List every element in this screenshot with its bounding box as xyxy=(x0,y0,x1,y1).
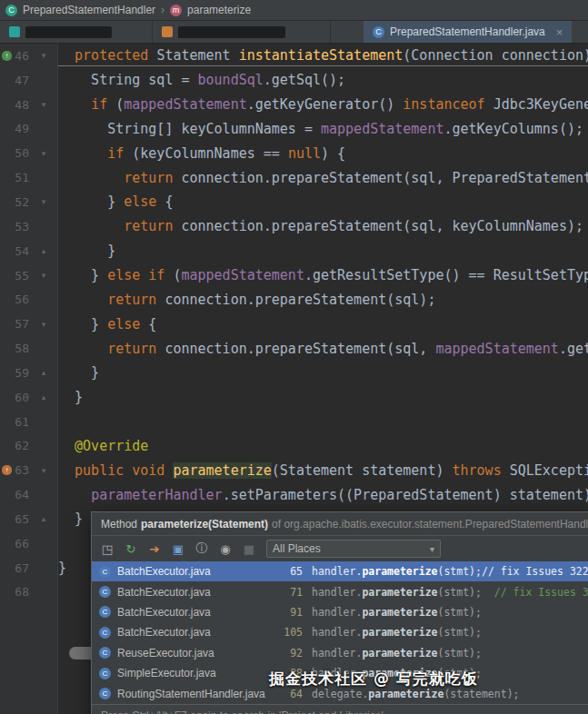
breadcrumb-separator-icon: › xyxy=(161,4,164,16)
fold-icon[interactable]: ▴ xyxy=(29,368,58,377)
line-number: 61 xyxy=(13,415,29,429)
fold-icon[interactable]: ▴ xyxy=(29,246,58,255)
settings-square-icon[interactable]: ■ xyxy=(241,540,257,557)
preview-usages-icon[interactable]: ◉ xyxy=(217,540,234,557)
redacted-tab-label xyxy=(25,26,112,38)
code-text: } xyxy=(58,243,115,259)
navigate-next-icon[interactable]: ➔ xyxy=(146,540,163,557)
code-text: } xyxy=(58,511,83,527)
usage-code-text: handler.parameterize(stmt); xyxy=(312,606,482,619)
code-line[interactable]: 52▾ } else { xyxy=(0,190,588,214)
tab-obscured-2[interactable] xyxy=(153,21,331,43)
rerun-search-icon[interactable]: ↻ xyxy=(123,540,139,557)
tab-obscured-1[interactable] xyxy=(0,21,153,43)
code-text: return connection.prepareStatement(sql, … xyxy=(58,341,588,357)
tab-preparedstatementhandler[interactable]: C PreparedStatementHandler.java × xyxy=(364,21,572,43)
code-line[interactable]: 58 return connection.prepareStatement(sq… xyxy=(0,336,588,361)
fold-icon[interactable]: ▾ xyxy=(29,197,58,206)
fold-icon[interactable]: ▾ xyxy=(29,271,58,280)
fold-icon[interactable]: ▾ xyxy=(29,466,58,475)
overridden-method-marker-icon[interactable]: ↑ xyxy=(2,51,12,61)
code-text: public void parameterize(Statement state… xyxy=(58,462,588,479)
line-number: 51 xyxy=(13,171,29,184)
usage-row[interactable]: CBatchExecutor.java65handler.parameteriz… xyxy=(92,561,588,581)
group-by-file-icon[interactable]: ▣ xyxy=(170,540,186,557)
line-number: 47 xyxy=(13,74,29,87)
chevron-down-icon: ▾ xyxy=(430,544,434,554)
line-number: 54 xyxy=(13,244,29,258)
code-line[interactable]: 49 String[] keyColumnNames = mappedState… xyxy=(0,117,588,142)
usage-row[interactable]: CBatchExecutor.java71handler.parameteriz… xyxy=(92,581,588,601)
line-number: 46 xyxy=(13,49,29,63)
usage-file-name: BatchExecutor.java xyxy=(117,565,272,578)
tab-label: PreparedStatementHandler.java xyxy=(390,25,545,38)
line-number: 62 xyxy=(13,439,29,452)
usage-line-number: 105 xyxy=(272,626,303,639)
usage-file-name: ReuseExecutor.java xyxy=(117,647,272,659)
line-number: 49 xyxy=(13,122,29,135)
fold-icon[interactable]: ▾ xyxy=(29,100,58,109)
close-tab-icon[interactable]: × xyxy=(556,26,563,38)
line-number: 64 xyxy=(13,488,29,501)
java-class-icon: C xyxy=(99,627,111,639)
popup-title: Method parameterize(Statement) of org.ap… xyxy=(92,512,588,536)
method-icon: m xyxy=(170,5,182,16)
code-text: parameterHandler.setParameters((Prepared… xyxy=(58,487,588,503)
java-class-icon: C xyxy=(99,606,111,618)
java-class-icon: C xyxy=(99,566,111,578)
code-text: } else { xyxy=(58,193,173,210)
usage-code-text: handler.parameterize(stmt);// fix Issues… xyxy=(312,565,588,578)
fold-icon[interactable]: ▴ xyxy=(29,392,58,402)
editor-tab-bar: C PreparedStatementHandler.java × xyxy=(0,21,588,44)
usage-row[interactable]: CBatchExecutor.java91handler.parameteriz… xyxy=(92,602,588,622)
code-line[interactable]: 60▴ } xyxy=(0,385,588,410)
code-line[interactable]: 57▾ } else { xyxy=(0,312,588,336)
open-in-toolwindow-icon[interactable]: ◳ xyxy=(99,540,115,557)
line-number: 55 xyxy=(13,269,29,283)
line-number: 57 xyxy=(13,317,29,331)
code-line[interactable]: 61 xyxy=(0,410,588,434)
line-number: 63 xyxy=(13,463,29,477)
scope-selector[interactable]: All Places ▾ xyxy=(266,540,441,558)
usage-row[interactable]: CReuseExecutor.java92handler.parameteriz… xyxy=(92,643,588,663)
line-number: 50 xyxy=(13,146,29,160)
code-line[interactable]: 59▴ } xyxy=(0,361,588,385)
code-line[interactable]: 62 @Override xyxy=(0,434,588,459)
code-text: return connection.prepareStatement(sql, … xyxy=(58,170,588,186)
fold-icon[interactable]: ▾ xyxy=(29,51,58,60)
code-line[interactable]: ↑46▾ protected Statement instantiateStat… xyxy=(0,44,588,68)
code-line[interactable]: 54▴ } xyxy=(0,239,588,263)
code-line[interactable]: 56 return connection.prepareStatement(sq… xyxy=(0,287,588,312)
code-line[interactable]: 64 parameterHandler.setParameters((Prepa… xyxy=(0,482,588,507)
code-text: protected Statement instantiateStatement… xyxy=(58,47,588,64)
usage-line-number: 91 xyxy=(272,606,303,619)
usage-row[interactable]: CBatchExecutor.java105handler.parameteri… xyxy=(92,622,588,642)
java-class-icon: C xyxy=(99,647,111,659)
breadcrumb-method[interactable]: parameterize xyxy=(187,4,251,16)
code-line[interactable]: 55▾ } else if (mappedStatement.getResult… xyxy=(0,263,588,288)
code-line[interactable]: 51 return connection.prepareStatement(sq… xyxy=(0,165,588,190)
overrides-method-marker-icon[interactable]: ↑ xyxy=(2,465,12,475)
code-line[interactable]: 53 return connection.prepareStatement(sq… xyxy=(0,214,588,239)
popup-title-qualifier: of org.apache.ibatis.executor.statement.… xyxy=(272,518,588,531)
usage-line-number: 65 xyxy=(272,565,303,578)
file-type-icon xyxy=(162,26,173,37)
fold-icon[interactable]: ▴ xyxy=(29,514,58,523)
info-icon[interactable]: ⓘ xyxy=(194,540,210,557)
line-number: 48 xyxy=(13,98,29,112)
line-number: 66 xyxy=(13,537,29,550)
fold-icon[interactable]: ▾ xyxy=(29,149,58,158)
fold-icon[interactable]: ▾ xyxy=(29,320,58,329)
popup-hint: Press Ctrl+Alt+F7 again to search in 'Pr… xyxy=(92,704,588,714)
code-line[interactable]: 50▾ if (keyColumnNames == null) { xyxy=(0,141,588,165)
code-line[interactable]: 47 String sql = boundSql.getSql(); xyxy=(0,68,588,93)
code-line[interactable]: 48▾ if (mappedStatement.getKeyGenerator(… xyxy=(0,93,588,117)
line-number: 68 xyxy=(13,585,29,599)
code-line[interactable]: ↑63▾ public void parameterize(Statement … xyxy=(0,458,588,482)
line-number: 60 xyxy=(13,391,29,404)
code-text: return connection.prepareStatement(sql, … xyxy=(58,218,583,234)
java-class-icon: C xyxy=(99,688,111,699)
line-number: 56 xyxy=(13,293,29,306)
breadcrumb-class[interactable]: PreparedStatementHandler xyxy=(23,4,155,16)
watermark-text: 掘金技术社区 @ 写完就吃饭 xyxy=(269,669,478,689)
